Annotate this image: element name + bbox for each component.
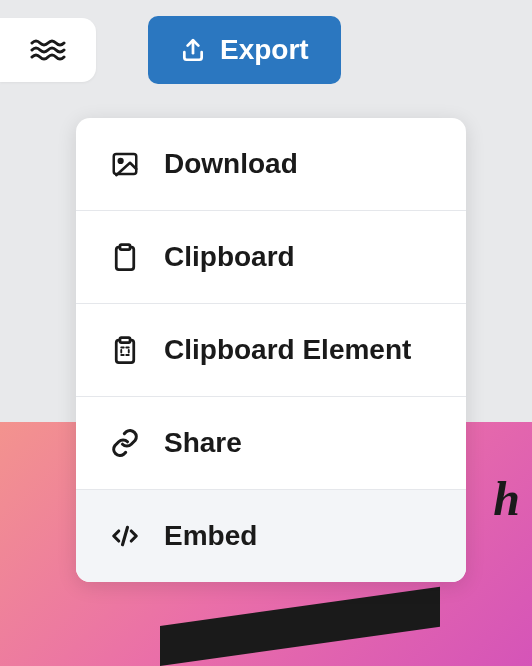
- menu-item-label: Download: [164, 148, 298, 180]
- svg-point-1: [119, 159, 123, 163]
- link-icon: [110, 428, 140, 458]
- clipboard-icon: [110, 242, 140, 272]
- svg-rect-6: [121, 348, 129, 356]
- menu-item-clipboard-element[interactable]: Clipboard Element: [76, 304, 466, 397]
- menu-item-label: Share: [164, 427, 242, 459]
- menu-item-clipboard[interactable]: Clipboard: [76, 211, 466, 304]
- svg-rect-5: [120, 338, 130, 343]
- code-icon: [110, 521, 140, 551]
- svg-line-7: [123, 527, 128, 545]
- menu-item-share[interactable]: Share: [76, 397, 466, 490]
- export-button-label: Export: [220, 34, 309, 66]
- menu-item-label: Embed: [164, 520, 257, 552]
- image-icon: [110, 149, 140, 179]
- clipboard-element-icon: [110, 335, 140, 365]
- export-icon: [180, 37, 206, 63]
- menu-item-label: Clipboard: [164, 241, 295, 273]
- top-bar: Export: [0, 0, 532, 100]
- menu-item-label: Clipboard Element: [164, 334, 411, 366]
- svg-rect-3: [120, 245, 130, 250]
- background-dark-shape: [160, 587, 440, 666]
- wave-icon: [30, 38, 68, 62]
- export-button[interactable]: Export: [148, 16, 341, 84]
- background-text: h: [493, 471, 520, 526]
- wave-button[interactable]: [0, 18, 96, 82]
- export-dropdown-menu: Download Clipboard Clipboard Element Sha…: [76, 118, 466, 582]
- menu-item-download[interactable]: Download: [76, 118, 466, 211]
- menu-item-embed[interactable]: Embed: [76, 490, 466, 582]
